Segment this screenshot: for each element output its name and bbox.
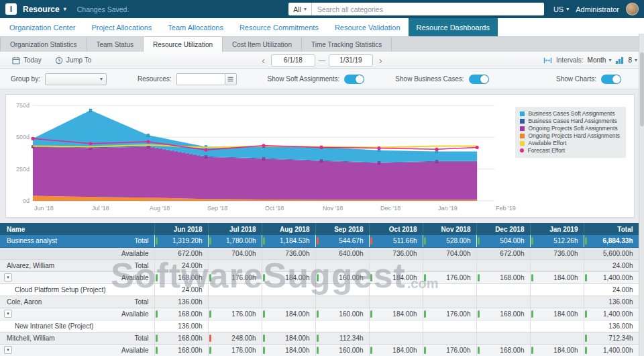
- start-date-input[interactable]: [271, 54, 315, 66]
- table-row[interactable]: Mitchell, WilliamTotal168.00h248.00h184.…: [0, 332, 639, 344]
- toolbar-left: Today Jump To: [7, 56, 259, 64]
- locale-dropdown[interactable]: US ▾: [553, 5, 569, 13]
- group-by-label: Group by:: [11, 75, 40, 83]
- group-by-dropdown[interactable]: ▾: [45, 73, 107, 85]
- value-cell: 176.00h: [208, 271, 262, 283]
- value-cell: 24.00h: [584, 259, 639, 271]
- resources-menu-button[interactable]: [225, 73, 237, 85]
- legend-label: Ongoing Projects Hard Assignments: [528, 132, 620, 140]
- chart-count-dropdown[interactable]: 8 ▾: [628, 56, 637, 64]
- tab-cost-item-utilization[interactable]: Cost Item Utilization: [223, 37, 302, 52]
- table-row[interactable]: ▾Available168.00h176.00h184.00h160.00h18…: [0, 344, 639, 356]
- value-cell: 184.00h: [262, 271, 315, 283]
- value-cell: [369, 283, 423, 296]
- avatar[interactable]: [626, 3, 639, 15]
- column-header[interactable]: Total: [584, 223, 639, 235]
- column-header[interactable]: Jun 2018: [154, 223, 208, 235]
- table-row[interactable]: ▾Available168.00h176.00h184.00h160.00h18…: [0, 308, 639, 320]
- clock-icon: [55, 56, 63, 64]
- expand-toggle[interactable]: ▾: [4, 310, 12, 318]
- table-row[interactable]: Business analystTotal1,319.20h1,780.00h1…: [0, 235, 639, 247]
- end-date-input[interactable]: [329, 54, 373, 66]
- legend-item: Business Cases Hard Assignments: [520, 118, 620, 125]
- legend-swatch: [520, 148, 524, 152]
- table-row[interactable]: Alvarez, WilliamTotal24.00h24.00h: [0, 259, 639, 271]
- value-cell: [208, 259, 262, 271]
- status-indicator: [317, 274, 319, 281]
- show-charts-toggle[interactable]: [601, 75, 621, 84]
- expand-toggle[interactable]: ▾: [4, 273, 12, 281]
- status-indicator: [531, 347, 533, 354]
- value-cell: [208, 283, 262, 296]
- row-name-right: Total: [134, 298, 148, 306]
- status-indicator: [209, 237, 211, 244]
- nav-item-project-allocations[interactable]: Project Allocations: [83, 18, 160, 36]
- scrollbar-thumb[interactable]: [640, 52, 644, 126]
- intervals-label: Intervals:: [556, 56, 584, 64]
- scrollbar[interactable]: [639, 34, 644, 356]
- row-name: Cloud Platform Setup (Project): [7, 286, 149, 294]
- topbar-right: US ▾ Administrator: [553, 3, 639, 15]
- nav-item-resource-commitments[interactable]: Resource Commitments: [231, 18, 327, 36]
- table-row[interactable]: Available672.00h704.00h736.00h640.00h736…: [0, 247, 639, 259]
- column-header[interactable]: Jul 2018: [208, 223, 262, 235]
- status-indicator: [478, 347, 480, 354]
- search-scope-dropdown[interactable]: All ▾: [288, 3, 312, 15]
- status-indicator: [263, 347, 265, 354]
- value-cell: 5,600.00h: [584, 247, 639, 259]
- value-cell: 160.00h: [315, 271, 369, 283]
- save-status: Changes Saved.: [77, 5, 129, 13]
- resources-input[interactable]: [176, 73, 225, 85]
- row-name-right: Total: [134, 335, 148, 342]
- nav-item-resource-dashboards[interactable]: Resource Dashboards: [409, 18, 498, 36]
- value-cell: 136.00h: [584, 320, 639, 332]
- column-header[interactable]: Jan 2019: [530, 223, 584, 235]
- tab-resource-utilization[interactable]: Resource Utilization: [144, 37, 223, 52]
- name-cell: New Intranet Site (Project): [0, 320, 154, 332]
- status-indicator: [424, 310, 426, 318]
- expand-toggle[interactable]: ▾: [4, 346, 12, 354]
- column-header[interactable]: Oct 2018: [369, 223, 423, 235]
- user-name[interactable]: Administrator: [576, 5, 619, 13]
- group-by-filter: Group by: ▾: [11, 73, 107, 85]
- search-input[interactable]: [312, 3, 544, 15]
- legend-swatch: [520, 141, 525, 146]
- toolbar: Today Jump To ‹ — › Intervals: Month ▾ 8: [0, 52, 644, 69]
- table-row[interactable]: Cole, AaronTotal136.00h136.00h: [0, 296, 639, 308]
- soft-assignments-label: Show Soft Assignments:: [268, 75, 340, 83]
- value-cell: 6,884.33h: [584, 235, 639, 247]
- nav-item-organization-center[interactable]: Organization Center: [1, 18, 83, 36]
- next-period-button[interactable]: ›: [376, 56, 385, 65]
- status-indicator: [263, 237, 265, 244]
- app-logo-icon[interactable]: I: [5, 3, 17, 15]
- prev-period-button[interactable]: ‹: [259, 56, 268, 65]
- jump-to-button[interactable]: Jump To: [50, 56, 97, 64]
- value-cell: 168.00h: [476, 344, 530, 356]
- column-header[interactable]: Nov 2018: [423, 223, 476, 235]
- nav-item-resource-validation[interactable]: Resource Validation: [327, 18, 409, 36]
- column-header[interactable]: Dec 2018: [476, 223, 530, 235]
- soft-assignments-toggle[interactable]: [344, 75, 364, 84]
- column-header[interactable]: Aug 2018: [262, 223, 315, 235]
- interval-dropdown[interactable]: Month ▾: [588, 56, 612, 64]
- today-button[interactable]: Today: [7, 56, 47, 64]
- business-cases-toggle[interactable]: [469, 75, 489, 84]
- value-cell: 184.00h: [369, 344, 423, 356]
- tab-organization-statistics[interactable]: Organization Statistics: [0, 37, 87, 52]
- nav-item-team-allocations[interactable]: Team Allocations: [160, 18, 231, 36]
- global-search: All ▾: [288, 3, 544, 15]
- tab-time-tracking-statistics[interactable]: Time Tracking Statistics: [302, 37, 392, 52]
- table-row[interactable]: New Intranet Site (Project)136.00h136.00…: [0, 320, 639, 332]
- status-indicator: [370, 274, 372, 281]
- column-header[interactable]: Name: [0, 223, 154, 235]
- tab-team-status[interactable]: Team Status: [87, 37, 144, 52]
- column-header[interactable]: Sep 2018: [315, 223, 369, 235]
- table-row[interactable]: ▾Available168.00h176.00h184.00h160.00h18…: [0, 271, 639, 283]
- status-indicator: [156, 274, 158, 281]
- legend-item: Business Cases Soft Assignments: [520, 110, 620, 118]
- value-cell: 184.00h: [262, 332, 315, 344]
- module-switcher[interactable]: Resource ▾: [23, 5, 66, 14]
- legend-label: Available Effort: [528, 140, 566, 147]
- table-row[interactable]: Cloud Platform Setup (Project)24.00h24.0…: [0, 283, 639, 296]
- value-cell: [315, 296, 369, 308]
